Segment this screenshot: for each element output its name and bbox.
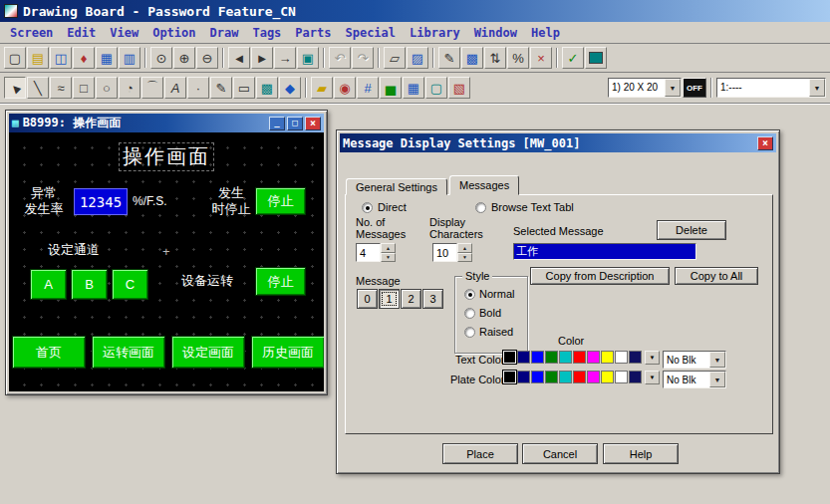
color-swatch[interactable] — [559, 371, 572, 383]
stamp-button[interactable]: ♦ — [73, 47, 95, 69]
arc-tool-button[interactable]: ⌒ — [141, 77, 163, 99]
zoom-in-button[interactable]: ⊕ — [173, 47, 195, 69]
color-swatch[interactable] — [587, 371, 600, 383]
previous-screen-button[interactable]: ◀ — [228, 47, 250, 69]
text-color-blink-dropdown[interactable]: No Blk ▼ — [663, 351, 726, 369]
grid-toggle-button[interactable]: ▩ — [461, 47, 483, 69]
ellipse-tool-button[interactable]: ○ — [96, 77, 118, 99]
direct-radio-label[interactable]: Direct — [378, 201, 407, 213]
color-swatch[interactable] — [531, 351, 544, 364]
menu-draw[interactable]: Draw — [203, 24, 246, 42]
display-order-button[interactable]: ⇅ — [484, 47, 506, 69]
pie-tool-button[interactable]: ◔ — [119, 77, 140, 99]
browse-text-table-label[interactable]: Browse Text Tabl — [491, 201, 574, 213]
message-1-button[interactable]: 1 — [379, 289, 400, 309]
zoom-ratio-button[interactable]: % — [507, 47, 529, 69]
unit-label[interactable]: %/F.S. — [133, 194, 167, 208]
display-characters-value[interactable]: 10 — [432, 243, 457, 262]
color-swatch[interactable] — [503, 351, 516, 364]
display-characters-spinner[interactable]: 10 ▲ ▼ — [432, 243, 472, 262]
stop-switch-2[interactable]: 停止 — [255, 267, 306, 296]
color-swatch[interactable] — [517, 371, 530, 383]
menu-special[interactable]: Special — [338, 24, 403, 42]
menu-option[interactable]: Option — [145, 24, 202, 42]
color-swatch[interactable] — [573, 371, 586, 383]
delete-button[interactable]: Delete — [657, 220, 726, 240]
open-button[interactable]: ▤ — [27, 47, 49, 69]
message-2-button[interactable]: 2 — [401, 289, 421, 309]
help-button[interactable]: Help — [603, 443, 679, 464]
menu-screen[interactable]: Screen — [3, 24, 60, 42]
redo-button[interactable]: ↷ — [352, 47, 374, 69]
dot-size-dropdown[interactable]: 1) 20 X 20 ▼ — [608, 78, 682, 98]
color-swatch[interactable] — [545, 351, 558, 364]
tab-messages[interactable]: Messages — [449, 175, 519, 195]
color-swatch[interactable] — [601, 351, 614, 364]
browse-text-table-radio[interactable] — [475, 202, 486, 213]
copy-button[interactable]: ▱ — [384, 47, 406, 69]
menu-help[interactable]: Help — [524, 24, 567, 42]
style-bold-label[interactable]: Bold — [479, 307, 501, 319]
spin-down-icon[interactable]: ▼ — [381, 253, 396, 263]
select-tool-button[interactable]: ▲ — [4, 77, 26, 99]
tab-general-settings[interactable]: General Settings — [346, 178, 447, 195]
error-rate-label[interactable]: 异常 发生率 — [15, 185, 73, 216]
numeric-display[interactable]: 12345 — [74, 188, 128, 215]
no-of-messages-value[interactable]: 4 — [356, 243, 381, 262]
style-normal-radio[interactable] — [464, 289, 475, 300]
nav-run-switch[interactable]: 运转画面 — [92, 336, 165, 369]
chevron-down-icon[interactable]: ▼ — [809, 79, 825, 97]
style-normal-label[interactable]: Normal — [479, 288, 514, 300]
channel-c-switch[interactable]: C — [112, 269, 148, 300]
color-swatch[interactable] — [587, 351, 600, 364]
style-raised-label[interactable]: Raised — [479, 326, 513, 338]
color-swatch[interactable] — [573, 351, 586, 364]
color-swatch[interactable] — [629, 371, 642, 383]
color-swatch[interactable] — [615, 371, 628, 383]
jump-screen-button[interactable]: → — [274, 47, 296, 69]
no-of-messages-spinner[interactable]: 4 ▲ ▼ — [356, 243, 396, 262]
screen-list-button[interactable]: ▥ — [119, 47, 140, 69]
display-environment-button[interactable]: ▣ — [297, 47, 319, 69]
style-raised-radio[interactable] — [464, 327, 475, 338]
new-screen-button[interactable]: ▢ — [4, 47, 26, 69]
dot-tool-button[interactable]: · — [187, 77, 209, 99]
grid-off-button[interactable]: OFF — [683, 78, 706, 98]
menu-view[interactable]: View — [103, 24, 145, 42]
set-channel-label[interactable]: 设定通道 — [48, 241, 100, 259]
lamp-parts-button[interactable]: ◉ — [334, 77, 356, 99]
place-button[interactable]: Place — [442, 443, 518, 464]
parts-button[interactable]: ▰ — [311, 77, 333, 99]
close-button[interactable]: × — [305, 117, 321, 130]
device-run-label[interactable]: 设备运转 — [181, 272, 233, 290]
pen-tool-button[interactable]: ✎ — [210, 77, 232, 99]
rectangle-tool-button[interactable]: □ — [73, 77, 95, 99]
chevron-down-icon[interactable]: ▼ — [709, 372, 725, 387]
spin-down-icon[interactable]: ▼ — [457, 253, 472, 263]
color-swatch[interactable] — [559, 351, 572, 364]
channel-a-switch[interactable]: A — [30, 269, 67, 300]
screen-setting-button[interactable]: ▦ — [96, 47, 118, 69]
nav-home-switch[interactable]: 首页 — [12, 336, 86, 369]
nav-setting-switch[interactable]: 设定画面 — [171, 336, 245, 369]
dialog-close-button[interactable]: × — [757, 136, 773, 150]
menu-edit[interactable]: Edit — [60, 24, 103, 42]
nav-history-switch[interactable]: 历史画面 — [251, 336, 324, 369]
color-swatch[interactable] — [545, 371, 558, 383]
maximize-button[interactable]: □ — [287, 117, 303, 130]
fill-tool-button[interactable]: ◆ — [279, 77, 301, 99]
chevron-down-icon[interactable]: ▼ — [665, 79, 681, 97]
spin-up-icon[interactable]: ▲ — [381, 243, 396, 253]
color-swatch[interactable] — [615, 351, 628, 364]
color-swatch[interactable] — [629, 351, 642, 364]
chevron-down-icon[interactable]: ▼ — [709, 352, 725, 368]
polyline-tool-button[interactable]: ≈ — [50, 77, 72, 99]
eraser-tool-button[interactable]: ▭ — [233, 77, 255, 99]
line-tool-button[interactable]: ╲ — [27, 77, 49, 99]
color-swatch[interactable] — [531, 371, 544, 383]
zoom-out-button[interactable]: ⊖ — [196, 47, 218, 69]
color-swatch-button[interactable] — [585, 47, 607, 69]
numeric-display-button[interactable]: # — [357, 77, 379, 99]
selected-message-field[interactable]: 工作 — [513, 243, 696, 260]
window-parts-button[interactable]: ▢ — [425, 77, 447, 99]
